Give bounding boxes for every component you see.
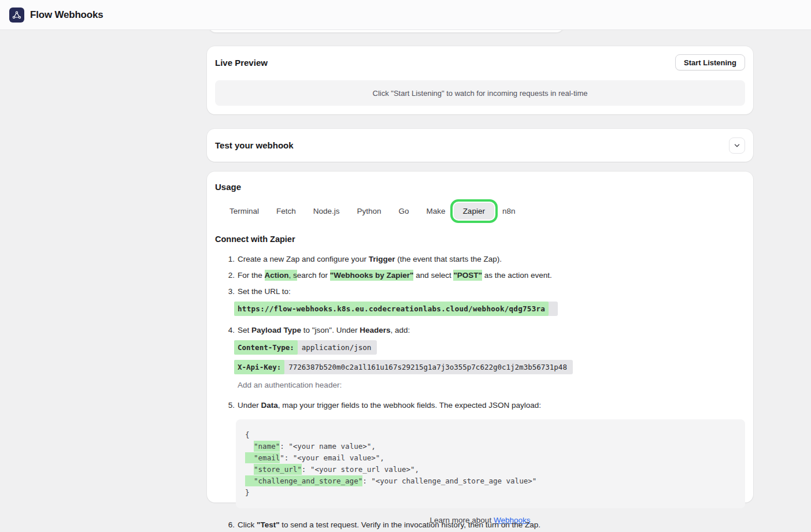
webhook-url-code: https://flow-webhooks.k8s.eu.codecreatio… [234, 302, 558, 316]
text-segment: Under [238, 401, 261, 410]
list-item-number: 2. [225, 269, 235, 282]
text-segment: "store_url" [254, 464, 302, 475]
tab-python[interactable]: Python [357, 207, 382, 215]
text-segment: , map your trigger fields to the webhook… [278, 401, 541, 410]
tab-node-js[interactable]: Node.js [313, 207, 340, 215]
text-segment: Action [265, 270, 289, 281]
text-segment: : "<your store_url value>", [302, 465, 419, 474]
usage-tabs: TerminalFetchNode.jsPythonGoMakeZapiern8… [229, 202, 745, 220]
text-segment: "challenge_and_store_age" [245, 475, 362, 486]
list-item: 4. Set Payload Type to "json". Under Hea… [225, 323, 745, 396]
text-segment: Headers [360, 326, 390, 334]
tab-fetch[interactable]: Fetch [276, 207, 296, 215]
tab-n8n[interactable]: n8n [502, 207, 516, 215]
text-segment: "email [245, 452, 280, 463]
header-value: 7726387b520m0c2a1l161u167s29215g1a7j3o35… [284, 360, 573, 374]
text-segment: to send a test request. Verify in the in… [280, 520, 541, 529]
text-segment: For the [238, 271, 265, 280]
text-segment: Data [261, 401, 278, 410]
auth-note: Add an authentication header: [238, 380, 745, 391]
list-item-number: 3. [225, 285, 235, 321]
text-segment [245, 442, 254, 451]
app-header: Flow Webhooks [0, 0, 811, 30]
header-key: Content-Type: [234, 340, 298, 355]
text-segment: { [245, 430, 250, 439]
live-preview-card: Live Preview Start Listening Click "Star… [207, 46, 753, 114]
list-item-number: 1. [225, 252, 235, 266]
text-segment: to "json". Under [301, 326, 360, 334]
step-text: Create a new Zap and configure your Trig… [238, 252, 745, 266]
header-value: application/json [298, 340, 377, 355]
list-item: 5. Under Data, map your trigger fields t… [225, 399, 745, 516]
text-segment: , add: [390, 326, 410, 334]
expand-section-button[interactable] [729, 137, 745, 154]
text-segment: and select [413, 271, 453, 280]
text-segment: Create a new Zap and configure your [238, 255, 369, 263]
chevron-down-icon [733, 142, 741, 150]
text-segment: "Test" [257, 520, 280, 529]
step-text: Set Payload Type to "json". Under Header… [238, 323, 745, 337]
json-line: "email": "<your email value>", [245, 452, 736, 464]
text-segment: , s [289, 270, 297, 281]
page-title: Flow Webhooks [30, 9, 103, 21]
tab-make[interactable]: Make [427, 207, 446, 215]
step-text: Set the URL to: [238, 285, 745, 299]
text-segment: : "<your challenge_and_store_age value>" [362, 477, 536, 485]
json-line: "challenge_and_store_age": "<your challe… [245, 475, 736, 487]
json-line: "store_url": "<your store_url value>", [245, 464, 736, 475]
step-text: Click "Test" to send a test request. Ver… [238, 518, 745, 532]
text-segment: ": "<your email value>", [280, 453, 384, 462]
api-key-header-code: X-Api-Key:7726387b520m0c2a1l161u167s2921… [234, 360, 573, 374]
text-segment: Set the URL to: [238, 287, 291, 296]
text-segment: : "<your name value>", [280, 442, 376, 451]
text-segment [245, 465, 254, 474]
tab-zapier[interactable]: Zapier [454, 203, 494, 220]
text-segment: (the event that starts the Zap). [395, 255, 502, 263]
list-item: 3. Set the URL to: https://flow-webhooks… [225, 285, 745, 321]
text-segment: } [245, 488, 250, 497]
text-segment: "name" [254, 441, 280, 452]
list-item: 1. Create a new Zap and configure your T… [225, 252, 745, 266]
connect-with-zapier-title: Connect with Zapier [215, 235, 745, 244]
step-text: For the Action, search for "Webhooks by … [238, 269, 745, 282]
json-line: } [245, 487, 736, 498]
live-preview-placeholder: Click "Start Listening" to watch for inc… [215, 80, 745, 106]
text-segment: "Webhooks by Zapier" [330, 270, 414, 281]
list-item: 2. For the Action, search for "Webhooks … [225, 269, 745, 282]
json-line: "name": "<your name value>", [245, 441, 736, 452]
tab-go[interactable]: Go [399, 207, 409, 215]
start-listening-button[interactable]: Start Listening [675, 54, 745, 70]
content-type-header-code: Content-Type:application/json [234, 340, 377, 355]
json-line: { [245, 429, 736, 441]
app-logo-icon [9, 8, 24, 23]
step-text: Under Data, map your trigger fields to t… [238, 399, 745, 412]
list-item-number: 6. [225, 518, 235, 532]
text-segment: Payload Type [251, 326, 301, 334]
text-segment: earch for [297, 271, 330, 280]
text-segment: as the action event. [482, 271, 552, 280]
text-segment: Set [238, 326, 251, 334]
test-webhook-card: Test your webhook [207, 129, 753, 162]
usage-title: Usage [215, 182, 745, 192]
header-row-api-key: X-Api-Key:7726387b520m0c2a1l161u167s2921… [234, 360, 745, 374]
text-segment: Trigger [369, 255, 395, 263]
usage-card: Usage TerminalFetchNode.jsPythonGoMakeZa… [207, 172, 753, 503]
list-item-number: 4. [225, 323, 235, 396]
text-segment: Click [238, 520, 257, 529]
json-payload-code: { "name": "<your name value>", "email": … [236, 419, 745, 508]
list-item: 6. Click "Test" to send a test request. … [225, 518, 745, 532]
header-row-content-type: Content-Type:application/json [234, 340, 745, 355]
webhook-url-row: https://flow-webhooks.k8s.eu.codecreatio… [234, 302, 745, 316]
text-segment: "POST" [453, 270, 482, 281]
webhook-url-text: https://flow-webhooks.k8s.eu.codecreatio… [234, 302, 549, 316]
list-item-number: 5. [225, 399, 235, 516]
live-preview-title: Live Preview [215, 58, 268, 68]
tab-terminal[interactable]: Terminal [229, 207, 259, 215]
header-key: X-Api-Key: [234, 360, 284, 374]
test-webhook-title: Test your webhook [215, 140, 294, 150]
instruction-list: 1. Create a new Zap and configure your T… [225, 252, 745, 532]
